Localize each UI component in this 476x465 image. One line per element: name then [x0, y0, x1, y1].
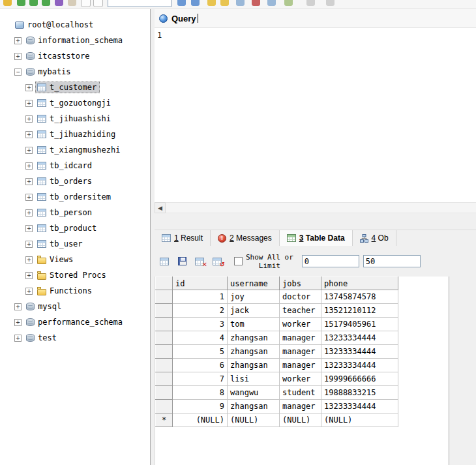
delete-row-button[interactable]: ✕ [192, 254, 207, 269]
toolbar-button-fragment[interactable] [55, 0, 63, 6]
cell-id[interactable]: 7 [173, 372, 228, 386]
cell-jobs[interactable]: teacher [280, 304, 321, 318]
cell-phone[interactable]: 15179405961 [321, 318, 398, 331]
insert-row-button[interactable] [156, 254, 172, 269]
cell-jobs[interactable]: worker [280, 372, 321, 386]
row-selector[interactable] [156, 359, 173, 372]
sql-editor[interactable]: 1 [155, 27, 476, 203]
row-selector[interactable] [156, 345, 173, 359]
cell-jobs[interactable]: (NULL) [280, 413, 321, 427]
expand-plus-icon[interactable]: + [25, 209, 33, 217]
scroll-left-icon[interactable]: ◀ [155, 202, 166, 213]
toolbar-button-fragment[interactable] [284, 0, 293, 6]
tree-item-itcaststore[interactable]: +itcaststore [0, 48, 150, 64]
scrollbar-track[interactable] [166, 202, 476, 213]
expand-plus-icon[interactable]: + [14, 319, 22, 326]
cell-jobs[interactable]: student [280, 386, 321, 400]
limit-count-input[interactable] [363, 255, 421, 267]
tree-item-t-gozuotongji[interactable]: +t_gozuotongji [0, 95, 150, 111]
expand-plus-icon[interactable]: + [14, 303, 22, 310]
cell-username[interactable]: zhangsan [228, 400, 280, 413]
cell-phone[interactable]: 13233334444 [321, 359, 398, 372]
cell-jobs[interactable]: manager [280, 345, 321, 359]
cell-username[interactable]: zhangsan [228, 359, 280, 372]
tree-item-tb-product[interactable]: +tb_product [0, 220, 150, 236]
cell-phone[interactable]: 13521210112 [321, 304, 398, 318]
expand-plus-icon[interactable]: + [25, 162, 33, 170]
toolbar-button-fragment[interactable] [17, 0, 25, 6]
cell-id[interactable]: (NULL) [173, 413, 228, 427]
toolbar-button-fragment[interactable] [306, 0, 315, 6]
toolbar-button-fragment[interactable] [68, 0, 76, 6]
row-selector[interactable] [156, 372, 173, 386]
expand-plus-icon[interactable]: + [14, 335, 22, 342]
cell-username[interactable]: (NULL) [228, 413, 280, 427]
cell-phone[interactable]: (NULL) [321, 413, 398, 427]
row-selector[interactable] [156, 318, 173, 331]
cell-jobs[interactable]: manager [280, 359, 321, 372]
cell-phone[interactable]: 13745874578 [321, 290, 398, 304]
toolbar-button-fragment[interactable] [267, 0, 276, 6]
expand-plus-icon[interactable]: + [25, 272, 33, 279]
expand-plus-icon[interactable]: + [25, 194, 33, 201]
row-selector[interactable] [156, 304, 173, 318]
toolbar-button-fragment[interactable] [177, 0, 186, 6]
row-selector[interactable]: * [156, 413, 173, 427]
cell-phone[interactable]: 19999666666 [321, 372, 398, 386]
database-combobox[interactable] [108, 0, 171, 7]
tree-item-stored-procs[interactable]: +Stored Procs [0, 267, 150, 283]
tab-messages[interactable]: 2 Messages [211, 230, 280, 246]
cell-username[interactable]: tom [228, 318, 280, 331]
cell-username[interactable]: lisi [228, 372, 280, 386]
cell-jobs[interactable]: manager [280, 331, 321, 345]
cell-id[interactable]: 8 [173, 386, 228, 400]
tree-item-t-customer[interactable]: +t_customer [0, 80, 150, 95]
show-all-checkbox[interactable] [234, 257, 243, 265]
toolbar-button-fragment[interactable] [207, 0, 216, 6]
cell-jobs[interactable]: manager [280, 400, 321, 413]
row-selector[interactable] [156, 386, 173, 400]
expand-plus-icon[interactable]: + [25, 100, 33, 107]
cell-phone[interactable]: 19888833215 [321, 386, 398, 400]
cell-jobs[interactable]: doctor [280, 290, 321, 304]
toolbar-button-fragment[interactable] [326, 0, 335, 6]
tree-item-information-schema[interactable]: +information_schema [0, 33, 150, 48]
query-tab[interactable]: Query [155, 9, 476, 27]
toolbar-button-fragment[interactable] [42, 0, 50, 6]
expand-plus-icon[interactable]: + [25, 131, 33, 138]
toolbar-button-fragment[interactable] [191, 0, 200, 6]
cell-phone[interactable]: 13233334444 [321, 400, 398, 413]
cell-jobs[interactable]: worker [280, 318, 321, 331]
cell-id[interactable]: 6 [173, 359, 228, 372]
cell-username[interactable]: joy [228, 290, 280, 304]
cell-id[interactable]: 1 [173, 290, 228, 304]
tab-result[interactable]: 1 Result [155, 230, 211, 246]
row-selector[interactable] [156, 290, 173, 304]
limit-offset-input[interactable] [302, 255, 359, 267]
cell-id[interactable]: 3 [173, 318, 228, 331]
tree-item-views[interactable]: +Views [0, 252, 150, 267]
save-changes-button[interactable] [174, 254, 190, 269]
tree-item-performance-schema[interactable]: +performance_schema [0, 314, 150, 330]
tab-objects[interactable]: 4 Ob [353, 230, 396, 246]
col-header-id[interactable]: id [173, 277, 228, 290]
col-header-phone[interactable]: phone [321, 277, 398, 290]
tree-item-tb-orders[interactable]: +tb_orders [0, 173, 150, 189]
cell-username[interactable]: zhangsan [228, 345, 280, 359]
cell-phone[interactable]: 13233334444 [321, 345, 398, 359]
toolbar-button-fragment[interactable] [236, 0, 245, 6]
tree-item-root-localhost[interactable]: root@localhost [0, 17, 150, 33]
expand-plus-icon[interactable]: + [14, 37, 22, 44]
col-header-jobs[interactable]: jobs [280, 277, 321, 290]
cell-id[interactable]: 9 [173, 400, 228, 413]
cell-username[interactable]: zhangsan [228, 331, 280, 345]
expand-plus-icon[interactable]: + [14, 53, 22, 60]
tree-item-tb-person[interactable]: +tb_person [0, 205, 150, 220]
cell-id[interactable]: 4 [173, 331, 228, 345]
expand-plus-icon[interactable]: + [25, 256, 33, 263]
tree-item-tb-idcard[interactable]: +tb_idcard [0, 158, 150, 173]
expand-plus-icon[interactable]: + [25, 241, 33, 248]
cell-id[interactable]: 5 [173, 345, 228, 359]
cell-username[interactable]: wangwu [228, 386, 280, 400]
expand-plus-icon[interactable]: + [25, 147, 33, 154]
